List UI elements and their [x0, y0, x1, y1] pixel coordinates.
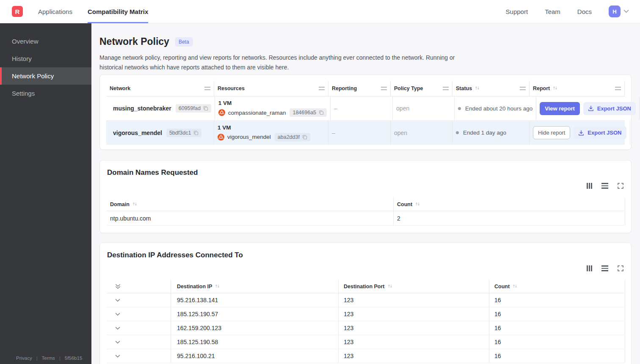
tab-applications[interactable]: Applications: [38, 0, 72, 23]
copy-icon[interactable]: [203, 106, 208, 111]
user-menu[interactable]: H: [609, 6, 629, 17]
table-row: 95.216.100.21 123 16: [107, 349, 624, 363]
sidebar-item-settings[interactable]: Settings: [0, 85, 91, 102]
table-row: 162.159.200.123 123 16: [107, 321, 624, 335]
column-label: Status: [456, 85, 472, 91]
sort-icon[interactable]: [387, 283, 393, 290]
view-report-button[interactable]: View report: [540, 102, 580, 115]
column-label: Destination Port: [344, 284, 385, 290]
destination-table-header: Destination IP Destination Port Count: [107, 280, 624, 293]
export-json-button[interactable]: Export JSON: [574, 126, 626, 139]
resource-name: compassionate_raman: [228, 110, 286, 116]
hide-report-button[interactable]: Hide report: [533, 126, 570, 139]
policy-type-cell: open: [391, 121, 452, 145]
row-expand-icon[interactable]: [115, 299, 120, 302]
export-json-label: Export JSON: [588, 130, 621, 136]
terms-link[interactable]: Terms: [42, 356, 55, 361]
resource-summary: 1 VM: [218, 100, 232, 106]
column-menu-icon[interactable]: [443, 87, 449, 90]
columns-icon[interactable]: [587, 265, 592, 272]
table-row: 95.216.138.141 123 16: [107, 293, 624, 307]
main-content: Network Policy Beta Manage network polic…: [91, 23, 640, 364]
row-expand-icon[interactable]: [115, 341, 120, 344]
sort-icon[interactable]: [552, 85, 558, 92]
row-density-icon[interactable]: [601, 182, 608, 189]
top-navigation-bar: R Applications Compatibility Matrix Supp…: [0, 0, 640, 23]
network-row[interactable]: musing_stonebraker 60959fad 1 VM compass…: [106, 97, 625, 121]
copy-icon[interactable]: [319, 110, 324, 115]
column-header-domain[interactable]: Domain: [107, 198, 394, 211]
column-header-destination-port[interactable]: Destination Port: [339, 280, 489, 293]
tab-compatibility-matrix[interactable]: Compatibility Matrix: [88, 0, 148, 23]
destination-port-cell: 123: [339, 307, 489, 321]
destination-table: Destination IP Destination Port Count: [107, 280, 624, 363]
row-density-icon[interactable]: [601, 265, 608, 272]
sort-icon[interactable]: [415, 201, 420, 208]
fullscreen-icon[interactable]: [618, 265, 623, 272]
row-expand-icon[interactable]: [115, 313, 120, 316]
sidebar-item-network-policy[interactable]: Network Policy: [0, 67, 91, 85]
row-expand-icon[interactable]: [115, 355, 120, 358]
privacy-link[interactable]: Privacy: [16, 356, 32, 361]
column-label: Destination IP: [177, 284, 212, 290]
column-menu-icon[interactable]: [615, 87, 621, 90]
column-menu-icon[interactable]: [204, 87, 210, 90]
tab-label: Compatibility Matrix: [88, 8, 148, 15]
network-id-badge: 5bdf3dc1: [166, 129, 201, 137]
column-menu-icon[interactable]: [319, 87, 325, 90]
network-row[interactable]: vigorous_mendel 5bdf3dc1 1 VM vigorous_m…: [106, 121, 625, 145]
sidebar-item-overview[interactable]: Overview: [0, 33, 91, 50]
build-hash: 5f56b15: [65, 356, 83, 361]
sort-icon[interactable]: [215, 283, 220, 290]
expand-all-icon[interactable]: [115, 284, 121, 289]
sort-icon[interactable]: [132, 201, 138, 208]
link-docs[interactable]: Docs: [577, 8, 592, 15]
column-header-report[interactable]: Report: [530, 81, 625, 96]
beta-badge: Beta: [175, 37, 193, 47]
sort-icon[interactable]: [474, 85, 480, 92]
network-name: vigorous_mendel: [113, 130, 162, 136]
destination-ip-cell: 95.216.100.21: [171, 349, 339, 363]
network-name: musing_stonebraker: [113, 105, 171, 112]
network-name-cell: musing_stonebraker 60959fad: [106, 97, 215, 120]
columns-icon[interactable]: [587, 182, 592, 189]
app-logo[interactable]: R: [12, 6, 23, 17]
status-cell: Ended 1 day ago: [452, 121, 530, 145]
column-header-count[interactable]: Count: [489, 280, 625, 293]
footer-divider: |: [36, 356, 38, 361]
row-expand-icon[interactable]: [115, 327, 120, 330]
column-header-reporting: Reporting: [328, 81, 391, 96]
link-team[interactable]: Team: [545, 8, 560, 15]
resource-id: aba2dd3f: [278, 134, 300, 140]
column-header-expander: [107, 280, 171, 293]
count-cell: 16: [489, 335, 625, 349]
resource-id-badge: aba2dd3f: [275, 133, 310, 141]
avatar[interactable]: H: [609, 6, 621, 17]
reporting-cell: –: [328, 121, 391, 145]
count-cell: 16: [489, 349, 625, 363]
table-toolbar: [587, 265, 623, 272]
sidebar-item-label: Network Policy: [12, 72, 54, 80]
report-cell: View report Export JSON: [536, 97, 640, 120]
link-support[interactable]: Support: [506, 8, 528, 15]
column-header-destination-ip[interactable]: Destination IP: [171, 280, 339, 293]
section-title: Domain Names Requested: [107, 168, 198, 177]
column-header-count[interactable]: Count: [394, 198, 625, 211]
export-json-button[interactable]: Export JSON: [583, 102, 636, 115]
sidebar-item-history[interactable]: History: [0, 50, 91, 67]
column-label: Reporting: [332, 85, 357, 91]
sort-icon[interactable]: [512, 283, 518, 290]
network-id-badge: 60959fad: [176, 104, 211, 113]
logo-letter: R: [15, 8, 20, 15]
copy-icon[interactable]: [302, 135, 307, 140]
column-label: Count: [494, 284, 510, 290]
column-header-status[interactable]: Status: [452, 81, 530, 96]
column-menu-icon[interactable]: [520, 87, 526, 90]
fullscreen-icon[interactable]: [618, 182, 623, 189]
status-text: Ended about 20 hours ago: [465, 105, 532, 112]
copy-icon[interactable]: [193, 130, 199, 135]
topnav-right-group: Support Team Docs H: [506, 6, 640, 17]
column-header-resources: Resources: [214, 81, 328, 96]
download-icon: [578, 130, 584, 136]
column-menu-icon[interactable]: [381, 87, 387, 90]
